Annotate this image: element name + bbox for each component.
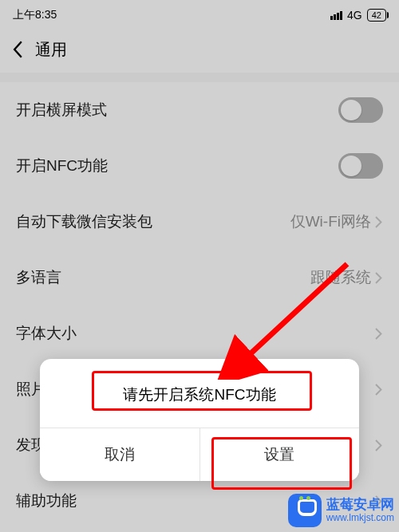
nfc-dialog: 请先开启系统NFC功能 取消 设置 [40,359,359,481]
modal-overlay: 请先开启系统NFC功能 取消 设置 [0,0,399,532]
watermark-name: 蓝莓安卓网 [326,498,394,513]
screen: 上午8:35 4G 42 通用 开启横屏模式 开启NFC功能 自动下载微信安装包… [0,0,399,532]
dialog-message: 请先开启系统NFC功能 [40,359,359,428]
watermark: 蓝莓安卓网 www.lmkjst.com [288,494,394,527]
settings-button[interactable]: 设置 [200,428,360,481]
watermark-logo-icon [288,494,322,527]
cancel-button[interactable]: 取消 [40,428,200,481]
watermark-url: www.lmkjst.com [326,513,394,523]
dialog-buttons: 取消 设置 [40,428,359,481]
